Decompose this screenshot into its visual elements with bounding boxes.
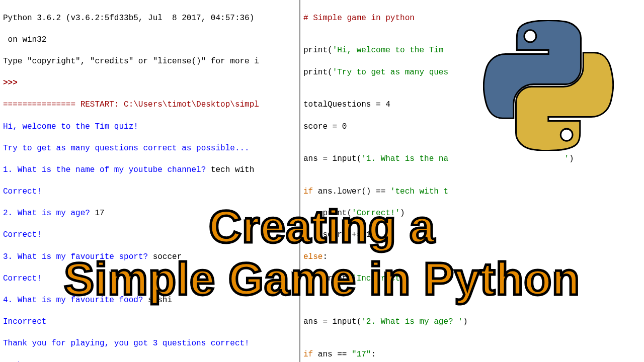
shell-output: Correct! (3, 274, 296, 285)
code-string: '2. What is my age? ' (361, 317, 463, 326)
shell-output: Mark: 75% (3, 360, 296, 362)
python-logo-icon (483, 20, 614, 151)
shell-output: Correct! (3, 187, 296, 198)
shell-input: sushi (148, 296, 172, 305)
code-kw: print (303, 46, 328, 55)
code-string: 'Try to get as many ques (333, 68, 448, 77)
shell-output: 2. What is my age? (3, 209, 95, 218)
shell-header: Python 3.6.2 (v3.6.2:5fd33b5, Jul 8 2017… (3, 13, 296, 24)
shell-input: tech with (211, 165, 254, 174)
shell-input: 17 (95, 209, 104, 218)
code-string: '1. What is the na (361, 154, 448, 163)
shell-header: on win32 (3, 35, 296, 46)
code-string: 'Correct!' (352, 209, 400, 218)
code-string: 'Incorrect' (352, 274, 405, 283)
shell-input: soccer (153, 252, 182, 261)
shell-output: 3. What is my favourite sport? (3, 252, 153, 261)
code-kw: if (303, 350, 318, 359)
code-string: 'Hi, welcome to the Tim (333, 46, 444, 55)
shell-output: Correct! (3, 230, 296, 241)
shell-header: Type "copyright", "credits" or "license(… (3, 56, 296, 67)
python-shell-pane[interactable]: Python 3.6.2 (v3.6.2:5fd33b5, Jul 8 2017… (0, 0, 300, 362)
shell-output: Try to get as many questions correct as … (3, 143, 296, 154)
shell-output: Incorrect (3, 317, 296, 328)
code-string: 'tech with t (390, 187, 448, 196)
shell-output: 4. What is my favourite food? (3, 296, 148, 305)
shell-output: 1. What is the name of my youtube channe… (3, 165, 211, 174)
code-line: score += 1 (303, 230, 641, 241)
code-kw: if (303, 187, 318, 196)
shell-restart: =============== RESTART: C:\Users\timot\… (3, 100, 296, 111)
shell-output: Hi, welcome to the Tim quiz! (3, 122, 296, 133)
code-kw: print (303, 68, 328, 77)
shell-prompt: >>> (3, 78, 296, 89)
code-string: "17" (352, 350, 371, 359)
shell-output: Thank you for playing, you got 3 questio… (3, 338, 296, 349)
code-kw: else (303, 252, 323, 261)
